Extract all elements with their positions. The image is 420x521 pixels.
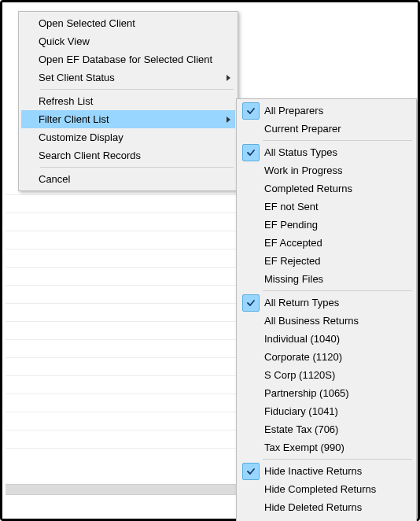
checkmark-icon	[242, 463, 260, 480]
submenu-item-individual-1040[interactable]: Individual (1040)	[239, 330, 414, 348]
menu-item-label: Open Selected Client	[39, 17, 230, 29]
submenu-item-tax-exempt-990[interactable]: Tax Exempt (990)	[239, 438, 414, 456]
submenu-item-all-business-returns[interactable]: All Business Returns	[239, 312, 414, 330]
submenu-item-ef-not-sent[interactable]: EF not Sent	[239, 198, 414, 216]
submenu-item-corporate-1120[interactable]: Corporate (1120)	[239, 348, 414, 366]
menu-item-search-client-records[interactable]: Search Client Records	[21, 146, 235, 164]
menu-item-set-client-status[interactable]: Set Client Status	[21, 68, 235, 87]
menu-item-open-ef-database[interactable]: Open EF Database for Selected Client	[21, 50, 235, 68]
submenu-separator	[263, 290, 412, 291]
menu-item-label: Search Client Records	[39, 150, 230, 161]
filter-submenu: All PreparersCurrent PreparerAll Status …	[236, 98, 417, 521]
checkmark-icon	[242, 235, 260, 252]
menu-item-label: Cancel	[39, 173, 230, 185]
submenu-separator	[263, 140, 412, 141]
menu-item-label: Open EF Database for Selected Client	[39, 54, 230, 65]
submenu-item-work-in-progress[interactable]: Work in Progress	[239, 161, 414, 179]
submenu-item-label: Hide Completed Returns	[264, 483, 376, 495]
submenu-item-all-status-types[interactable]: All Status Types	[239, 143, 414, 161]
submenu-separator	[263, 459, 412, 460]
checkmark-icon	[242, 385, 260, 402]
submenu-item-label: S Corp (1120S)	[264, 369, 335, 381]
menu-item-customize-display[interactable]: Customize Display	[21, 128, 235, 146]
menu-item-label: Set Client Status	[39, 72, 222, 83]
checkmark-icon	[242, 102, 260, 120]
menu-item-refresh-list[interactable]: Refresh List	[21, 92, 235, 110]
checkmark-icon	[242, 312, 260, 330]
menu-item-label: Filter Client List	[39, 113, 222, 125]
submenu-item-label: EF Rejected	[264, 255, 321, 267]
submenu-item-label: Missing Files	[264, 273, 323, 285]
submenu-item-partnership-1065[interactable]: Partnership (1065)	[239, 384, 414, 402]
submenu-arrow-icon	[227, 116, 230, 123]
submenu-item-display-deleted-csm-records[interactable]: Display Deleted CSM Records	[239, 516, 414, 521]
submenu-item-label: Fiduciary (1041)	[264, 405, 338, 417]
submenu-item-label: Current Preparer	[264, 123, 341, 135]
submenu-item-hide-deleted-returns[interactable]: Hide Deleted Returns	[239, 498, 414, 516]
submenu-item-label: Estate Tax (706)	[264, 423, 338, 435]
menu-item-filter-client-list[interactable]: Filter Client List	[21, 110, 235, 128]
submenu-item-label: EF not Sent	[264, 201, 319, 212]
menu-item-label: Refresh List	[39, 95, 230, 107]
submenu-item-all-return-types[interactable]: All Return Types	[239, 294, 414, 312]
checkmark-icon	[242, 331, 260, 348]
submenu-item-completed-returns[interactable]: Completed Returns	[239, 179, 414, 198]
menu-item-open-selected-client[interactable]: Open Selected Client	[21, 14, 235, 32]
menu-item-label: Quick View	[39, 35, 230, 47]
submenu-item-fiduciary-1041[interactable]: Fiduciary (1041)	[239, 402, 414, 420]
checkmark-icon	[242, 253, 260, 270]
menu-item-cancel[interactable]: Cancel	[21, 170, 235, 188]
submenu-item-hide-completed-returns[interactable]: Hide Completed Returns	[239, 480, 414, 498]
checkmark-icon	[242, 403, 260, 420]
submenu-item-label: EF Pending	[264, 219, 318, 231]
checkmark-icon	[242, 120, 260, 138]
checkmark-icon	[242, 499, 260, 516]
checkmark-icon	[242, 162, 260, 179]
submenu-item-label: Tax Exempt (990)	[264, 442, 344, 453]
submenu-item-label: All Status Types	[264, 146, 337, 158]
checkmark-icon	[242, 367, 260, 384]
app-window: Open Selected ClientQuick ViewOpen EF Da…	[0, 0, 420, 521]
submenu-item-label: Hide Inactive Returns	[264, 465, 362, 477]
submenu-item-label: Partnership (1065)	[264, 387, 349, 399]
checkmark-icon	[242, 144, 260, 161]
checkmark-icon	[242, 180, 260, 198]
checkmark-icon	[242, 216, 260, 234]
menu-separator	[40, 167, 234, 168]
context-menu: Open Selected ClientQuick ViewOpen EF Da…	[18, 11, 238, 191]
submenu-item-label: Work in Progress	[264, 164, 342, 176]
submenu-item-current-preparer[interactable]: Current Preparer	[239, 120, 414, 138]
submenu-item-label: All Return Types	[264, 297, 339, 309]
submenu-item-label: All Preparers	[264, 105, 323, 116]
submenu-item-missing-files[interactable]: Missing Files	[239, 270, 414, 288]
menu-item-label: Customize Display	[39, 131, 230, 143]
checkmark-icon	[242, 271, 260, 288]
checkmark-icon	[242, 481, 260, 498]
menu-separator	[40, 89, 234, 90]
submenu-item-all-preparers[interactable]: All Preparers	[239, 102, 414, 120]
checkmark-icon	[242, 517, 260, 522]
submenu-item-label: All Business Returns	[264, 315, 359, 327]
checkmark-icon	[242, 198, 260, 216]
checkmark-icon	[242, 439, 260, 456]
submenu-item-label: Corporate (1120)	[264, 351, 342, 363]
checkmark-icon	[242, 421, 260, 438]
submenu-item-ef-accepted[interactable]: EF Accepted	[239, 234, 414, 252]
submenu-item-hide-inactive-returns[interactable]: Hide Inactive Returns	[239, 462, 414, 480]
submenu-item-s-corp-1120s[interactable]: S Corp (1120S)	[239, 366, 414, 384]
submenu-item-label: Completed Returns	[264, 183, 352, 194]
submenu-item-estate-tax-706[interactable]: Estate Tax (706)	[239, 420, 414, 438]
checkmark-icon	[242, 294, 260, 312]
submenu-item-label: EF Accepted	[264, 237, 322, 249]
submenu-arrow-icon	[227, 75, 230, 81]
submenu-item-label: Hide Deleted Returns	[264, 501, 362, 513]
menu-item-quick-view[interactable]: Quick View	[21, 32, 235, 50]
submenu-item-ef-pending[interactable]: EF Pending	[239, 216, 414, 234]
submenu-item-ef-rejected[interactable]: EF Rejected	[239, 252, 414, 270]
checkmark-icon	[242, 349, 260, 366]
submenu-item-label: Individual (1040)	[264, 333, 340, 345]
